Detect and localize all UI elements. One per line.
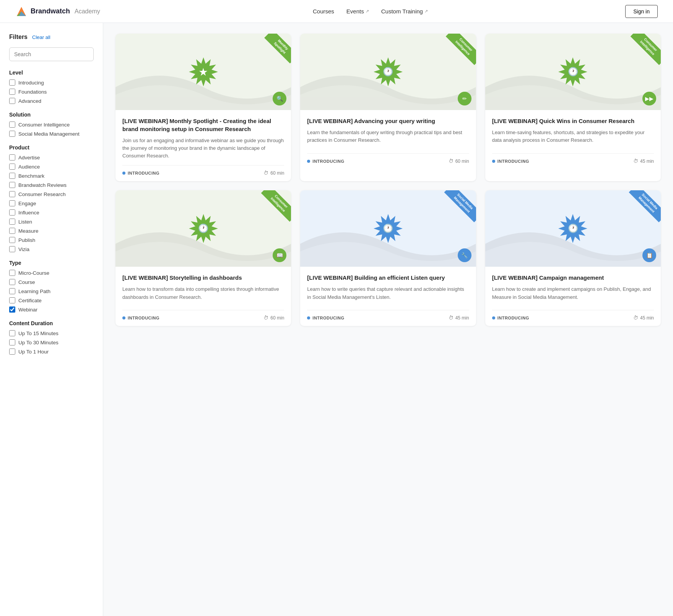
- checkbox-social-media-management[interactable]: [9, 131, 15, 137]
- checkbox-engage[interactable]: [9, 200, 15, 206]
- label-engage: Engage: [18, 201, 36, 206]
- card-card-1[interactable]: MonthlySpotlight ★ 🔍 [LIVE WEBINAR] Mont…: [115, 34, 291, 181]
- checkbox-introducing[interactable]: [9, 79, 15, 86]
- checkbox-certificate[interactable]: [9, 297, 15, 303]
- label-measure: Measure: [18, 228, 39, 234]
- header: Brandwatch Academy Courses Events ↗ Cust…: [0, 0, 673, 23]
- card-image-area: MonthlySpotlight ★ 🔍: [115, 34, 291, 110]
- filter-up-to-1-hour[interactable]: Up To 1 Hour: [9, 349, 94, 355]
- filter-section-product: Product Advertise Audience Benchmark Bra…: [9, 144, 94, 252]
- checkbox-course[interactable]: [9, 279, 15, 285]
- filter-advanced[interactable]: Advanced: [9, 98, 94, 104]
- checkbox-foundations[interactable]: [9, 89, 15, 95]
- checkbox-consumer-research[interactable]: [9, 191, 15, 197]
- card-body: [LIVE WEBINAR] Quick Wins in Consumer Re…: [485, 110, 661, 169]
- card-action-icon: ✏: [458, 92, 471, 105]
- card-level: INTRODUCING: [492, 316, 529, 320]
- filter-introducing[interactable]: Introducing: [9, 79, 94, 86]
- checkbox-vizia[interactable]: [9, 246, 15, 252]
- filter-consumer-intelligence[interactable]: Consumer Intelligence: [9, 122, 94, 128]
- level-label: INTRODUCING: [497, 159, 529, 164]
- card-duration: ⏱ 45 min: [633, 158, 654, 164]
- type-section-title: Type: [9, 260, 94, 266]
- checkbox-measure[interactable]: [9, 228, 15, 234]
- card-card-2[interactable]: ConsumerIntelligence 🕐 ✏ [LIVE WEBINAR] …: [300, 34, 476, 181]
- nav-events[interactable]: Events ↗: [346, 8, 369, 15]
- nav-courses[interactable]: Courses: [313, 8, 334, 15]
- filter-listen[interactable]: Listen: [9, 219, 94, 225]
- filter-foundations[interactable]: Foundations: [9, 89, 94, 95]
- clock-icon: 🕐: [383, 67, 393, 77]
- filter-social-media-management[interactable]: Social Media Management: [9, 131, 94, 137]
- checkbox-up-to-15[interactable]: [9, 330, 15, 336]
- card-duration: ⏱ 60 min: [263, 170, 284, 176]
- checkbox-webinar[interactable]: [9, 306, 15, 313]
- ribbon-text: ConsumerIntelligence: [631, 34, 661, 65]
- checkbox-publish[interactable]: [9, 237, 15, 243]
- ribbon-text: ConsumerIntelligence: [261, 190, 291, 222]
- checkbox-advanced[interactable]: [9, 98, 15, 104]
- filter-up-to-30[interactable]: Up To 30 Minutes: [9, 339, 94, 345]
- checkbox-listen[interactable]: [9, 219, 15, 225]
- sign-in-button[interactable]: Sign in: [625, 5, 658, 18]
- level-dot: [122, 316, 125, 319]
- filter-audience[interactable]: Audience: [9, 164, 94, 170]
- checkbox-up-to-30[interactable]: [9, 339, 15, 345]
- card-card-5[interactable]: Social MediaManagement 🕐 🔧 [LIVE WEBINAR…: [300, 190, 476, 326]
- nav-custom-training[interactable]: Custom Training ↗: [381, 8, 428, 15]
- filter-course[interactable]: Course: [9, 279, 94, 285]
- duration-clock-icon: ⏱: [449, 158, 454, 164]
- card-card-6[interactable]: Social MediaManagement 🕐 📋 [LIVE WEBINAR…: [485, 190, 661, 326]
- card-body: [LIVE WEBINAR] Advancing your query writ…: [300, 110, 476, 169]
- cards-grid: MonthlySpotlight ★ 🔍 [LIVE WEBINAR] Mont…: [115, 34, 661, 326]
- card-card-3[interactable]: ConsumerIntelligence 🕐 ▶▶ [LIVE WEBINAR]…: [485, 34, 661, 181]
- checkbox-influence[interactable]: [9, 209, 15, 216]
- clear-all-link[interactable]: Clear all: [32, 34, 50, 40]
- search-input[interactable]: [9, 47, 94, 61]
- label-webinar: Webinar: [18, 307, 37, 313]
- checkbox-benchmark[interactable]: [9, 173, 15, 179]
- ribbon: ConsumerIntelligence: [257, 190, 291, 225]
- duration-clock-icon: ⏱: [263, 315, 268, 321]
- card-card-4[interactable]: ConsumerIntelligence 🕐 📖 [LIVE WEBINAR] …: [115, 190, 291, 326]
- filter-up-to-15[interactable]: Up To 15 Minutes: [9, 330, 94, 336]
- filter-micro-course[interactable]: Micro-Course: [9, 270, 94, 276]
- card-level: INTRODUCING: [307, 159, 344, 164]
- filter-publish[interactable]: Publish: [9, 237, 94, 243]
- checkbox-advertise[interactable]: [9, 154, 15, 160]
- filter-section-content-duration: Content Duration Up To 15 Minutes Up To …: [9, 320, 94, 355]
- label-social-media-management: Social Media Management: [18, 131, 80, 137]
- solution-section-title: Solution: [9, 112, 94, 118]
- checkbox-micro-course[interactable]: [9, 270, 15, 276]
- label-micro-course: Micro-Course: [18, 270, 49, 276]
- card-duration: ⏱ 60 min: [263, 315, 284, 321]
- external-link-icon: ↗: [366, 9, 369, 14]
- filter-learning-path[interactable]: Learning Path: [9, 288, 94, 294]
- card-level: INTRODUCING: [122, 316, 159, 320]
- filter-vizia[interactable]: Vizia: [9, 246, 94, 252]
- filters-title: Filters: [9, 34, 28, 41]
- label-influence: Influence: [18, 210, 39, 216]
- filter-certificate[interactable]: Certificate: [9, 297, 94, 303]
- filter-measure[interactable]: Measure: [9, 228, 94, 234]
- checkbox-brandwatch-reviews[interactable]: [9, 182, 15, 188]
- level-dot: [307, 160, 310, 163]
- filter-webinar[interactable]: Webinar: [9, 306, 94, 313]
- action-symbol: 🔧: [461, 252, 468, 258]
- clock-icon: 🕐: [198, 224, 208, 233]
- filter-brandwatch-reviews[interactable]: Brandwatch Reviews: [9, 182, 94, 188]
- checkbox-up-to-1-hour[interactable]: [9, 349, 15, 355]
- card-image-area: ConsumerIntelligence 🕐 ✏: [300, 34, 476, 110]
- card-footer: INTRODUCING ⏱ 60 min: [122, 165, 284, 176]
- filter-consumer-research[interactable]: Consumer Research: [9, 191, 94, 197]
- checkbox-audience[interactable]: [9, 164, 15, 170]
- checkbox-learning-path[interactable]: [9, 288, 15, 294]
- checkbox-consumer-intelligence[interactable]: [9, 122, 15, 128]
- card-title: [LIVE WEBINAR] Monthly Spotlight - Creat…: [122, 117, 284, 133]
- product-section-title: Product: [9, 144, 94, 151]
- filter-benchmark[interactable]: Benchmark: [9, 173, 94, 179]
- action-symbol: 📋: [646, 252, 653, 258]
- filter-engage[interactable]: Engage: [9, 200, 94, 206]
- filter-advertise[interactable]: Advertise: [9, 154, 94, 160]
- filter-influence[interactable]: Influence: [9, 209, 94, 216]
